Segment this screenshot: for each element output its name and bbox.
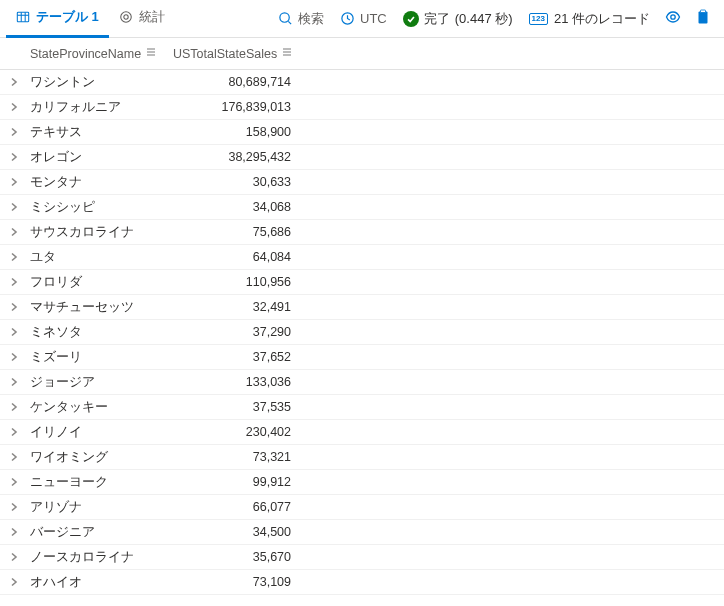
table-row[interactable]: ミネソタ37,290 <box>0 320 724 345</box>
chevron-right-icon <box>9 400 19 415</box>
search-label: 検索 <box>298 10 324 28</box>
table-row[interactable]: テキサス158,900 <box>0 120 724 145</box>
expand-row-button[interactable] <box>4 325 24 340</box>
search-button[interactable]: 検索 <box>270 0 332 38</box>
chevron-right-icon <box>9 500 19 515</box>
expand-row-button[interactable] <box>4 75 24 90</box>
table-row[interactable]: モンタナ30,633 <box>0 170 724 195</box>
table-row[interactable]: ジョージア133,036 <box>0 370 724 395</box>
expand-row-button[interactable] <box>4 475 24 490</box>
cell-state: ミシシッピ <box>24 199 169 216</box>
expand-row-button[interactable] <box>4 150 24 165</box>
cell-state: モンタナ <box>24 174 169 191</box>
svg-rect-11 <box>701 10 706 13</box>
table-row[interactable]: オレゴン38,295,432 <box>0 145 724 170</box>
cell-state: フロリダ <box>24 274 169 291</box>
expand-row-button[interactable] <box>4 250 24 265</box>
eye-icon <box>665 9 681 28</box>
table-row[interactable]: ユタ64,084 <box>0 245 724 270</box>
expand-row-button[interactable] <box>4 550 24 565</box>
cell-sales: 66,077 <box>169 500 303 514</box>
chevron-right-icon <box>9 450 19 465</box>
chevron-right-icon <box>9 325 19 340</box>
chevron-right-icon <box>9 250 19 265</box>
grid-header: StateProvinceName USTotalStateSales <box>0 38 724 70</box>
expand-row-button[interactable] <box>4 300 24 315</box>
table-icon <box>16 10 30 24</box>
expand-row-button[interactable] <box>4 525 24 540</box>
expand-row-button[interactable] <box>4 125 24 140</box>
table-row[interactable]: マサチューセッツ32,491 <box>0 295 724 320</box>
table-row[interactable]: フロリダ110,956 <box>0 270 724 295</box>
expand-row-button[interactable] <box>4 500 24 515</box>
expand-row-button[interactable] <box>4 450 24 465</box>
table-row[interactable]: ワイオミング73,321 <box>0 445 724 470</box>
column-header-state-label: StateProvinceName <box>30 47 141 61</box>
cell-sales: 73,109 <box>169 575 303 589</box>
cell-sales: 34,068 <box>169 200 303 214</box>
cell-sales: 37,535 <box>169 400 303 414</box>
cell-state: ノースカロライナ <box>24 549 169 566</box>
table-row[interactable]: サウスカロライナ75,686 <box>0 220 724 245</box>
cell-state: ミズーリ <box>24 349 169 366</box>
expand-row-button[interactable] <box>4 425 24 440</box>
status-done-time: (0.447 秒) <box>455 10 513 28</box>
svg-rect-0 <box>17 12 28 22</box>
table-row[interactable]: ノースカロライナ35,670 <box>0 545 724 570</box>
table-row[interactable]: バージニア34,500 <box>0 520 724 545</box>
svg-point-9 <box>671 15 675 19</box>
table-row[interactable]: アリゾナ66,077 <box>0 495 724 520</box>
table-row[interactable]: ワシントン80,689,714 <box>0 70 724 95</box>
expand-row-button[interactable] <box>4 275 24 290</box>
tab-table[interactable]: テーブル 1 <box>6 0 109 38</box>
cell-state: ユタ <box>24 249 169 266</box>
cell-sales: 99,912 <box>169 475 303 489</box>
cell-sales: 37,652 <box>169 350 303 364</box>
cell-state: ワシントン <box>24 74 169 91</box>
table-row[interactable]: ケンタッキー37,535 <box>0 395 724 420</box>
grid-body[interactable]: ワシントン80,689,714カリフォルニア176,839,013テキサス158… <box>0 70 724 606</box>
cell-state: ケンタッキー <box>24 399 169 416</box>
query-status: 完了 (0.447 秒) <box>395 10 521 28</box>
status-done-label: 完了 <box>424 10 450 28</box>
chevron-right-icon <box>9 100 19 115</box>
check-circle-icon <box>403 11 419 27</box>
utc-button[interactable]: UTC <box>332 0 395 38</box>
preview-button[interactable] <box>658 0 688 38</box>
column-header-state[interactable]: StateProvinceName <box>24 46 169 61</box>
chevron-right-icon <box>9 175 19 190</box>
svg-line-7 <box>288 21 291 24</box>
svg-point-5 <box>124 15 128 19</box>
expand-row-button[interactable] <box>4 200 24 215</box>
target-icon <box>119 10 133 24</box>
tab-stats[interactable]: 統計 <box>109 0 175 38</box>
chevron-right-icon <box>9 375 19 390</box>
chevron-right-icon <box>9 125 19 140</box>
expand-row-button[interactable] <box>4 175 24 190</box>
table-row[interactable]: カリフォルニア176,839,013 <box>0 95 724 120</box>
tab-stats-label: 統計 <box>139 8 165 26</box>
records-count[interactable]: 123 21 件のレコード <box>521 10 658 28</box>
table-row[interactable]: イリノイ230,402 <box>0 420 724 445</box>
column-header-sales[interactable]: USTotalStateSales <box>169 46 303 61</box>
cell-state: イリノイ <box>24 424 169 441</box>
table-row[interactable]: ミズーリ37,652 <box>0 345 724 370</box>
expand-row-button[interactable] <box>4 575 24 590</box>
expand-row-button[interactable] <box>4 350 24 365</box>
column-menu-icon[interactable] <box>281 46 293 61</box>
expand-row-button[interactable] <box>4 225 24 240</box>
chevron-right-icon <box>9 150 19 165</box>
cell-sales: 75,686 <box>169 225 303 239</box>
table-row[interactable]: ミシシッピ34,068 <box>0 195 724 220</box>
table-row[interactable]: オハイオ73,109 <box>0 570 724 595</box>
expand-row-button[interactable] <box>4 100 24 115</box>
records-label: 21 件のレコード <box>554 10 650 28</box>
expand-row-button[interactable] <box>4 400 24 415</box>
cell-state: ミネソタ <box>24 324 169 341</box>
copy-button[interactable] <box>688 0 718 38</box>
chevron-right-icon <box>9 550 19 565</box>
table-row[interactable]: ニューヨーク99,912 <box>0 470 724 495</box>
expand-row-button[interactable] <box>4 375 24 390</box>
tab-table-label: テーブル 1 <box>36 8 99 26</box>
column-menu-icon[interactable] <box>145 46 157 61</box>
